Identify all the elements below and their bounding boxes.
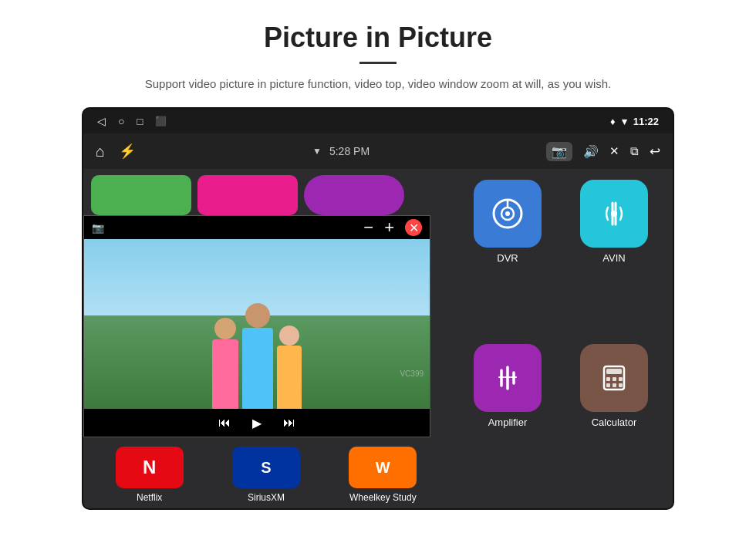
play-btn[interactable]: ▶ bbox=[252, 416, 262, 430]
page-subtitle: Support video picture in picture functio… bbox=[145, 75, 611, 93]
watermark: VC399 bbox=[400, 369, 424, 378]
amplifier-icon bbox=[491, 361, 525, 395]
pip-camera-icon: 📷 bbox=[92, 222, 104, 234]
dvr-icon-box bbox=[474, 180, 542, 248]
back-nav-icon[interactable]: ◁ bbox=[97, 115, 106, 127]
app-item-dvr[interactable]: DVR bbox=[460, 180, 555, 333]
location-icon: ♦ bbox=[610, 116, 616, 127]
svg-point-2 bbox=[505, 211, 510, 216]
fast-forward-btn[interactable]: ⏭ bbox=[283, 416, 295, 430]
main-content: 📷 − + ✕ bbox=[83, 169, 673, 508]
pip-top-bar: 📷 − + ✕ bbox=[84, 216, 430, 239]
avin-label: AVIN bbox=[602, 252, 625, 264]
app-btn-green[interactable] bbox=[91, 175, 191, 215]
pip-window[interactable]: 📷 − + ✕ bbox=[83, 215, 430, 437]
svg-point-4 bbox=[611, 211, 617, 217]
app-bar-right: 📷 🔊 ✕ ⧉ ↩ bbox=[546, 142, 660, 161]
apps-grid-area: 📷 − + ✕ bbox=[83, 169, 449, 508]
pip-plus-btn[interactable]: + bbox=[384, 218, 394, 238]
title-divider bbox=[359, 62, 397, 64]
rewind-btn[interactable]: ⏮ bbox=[218, 416, 231, 430]
page-container: Picture in Picture Support video picture… bbox=[0, 0, 756, 533]
bottom-app-row: N Netflix S SiriusXM W Wheelkey Study bbox=[83, 444, 449, 508]
svg-rect-17 bbox=[613, 383, 616, 387]
status-bar-right: ♦ ▾ 11:22 bbox=[610, 116, 659, 127]
app-item-calculator[interactable]: Calculator bbox=[566, 344, 662, 498]
amplifier-icon-box bbox=[474, 344, 542, 412]
pip-controls-right: − + ✕ bbox=[363, 218, 422, 238]
pip-minus-btn[interactable]: − bbox=[363, 218, 373, 238]
status-time: 11:22 bbox=[633, 116, 659, 127]
top-app-row bbox=[83, 169, 449, 220]
svg-rect-16 bbox=[606, 383, 610, 387]
siriusxm-label: SiriusXM bbox=[248, 492, 285, 503]
person-3 bbox=[277, 326, 302, 409]
siriusxm-icon: S bbox=[232, 447, 300, 488]
scene-people bbox=[84, 239, 430, 409]
calculator-icon-box bbox=[580, 344, 648, 412]
person-2 bbox=[242, 303, 273, 409]
netflix-label: Netflix bbox=[137, 492, 162, 503]
person-1 bbox=[212, 318, 238, 409]
pip-icon[interactable]: ⧉ bbox=[630, 144, 639, 158]
app-item-siriusxm[interactable]: S SiriusXM bbox=[220, 447, 312, 503]
svg-rect-13 bbox=[606, 377, 610, 381]
app-bar-center: ▼ 5:28 PM bbox=[312, 145, 370, 157]
device-frame: ◁ ○ □ ⬛ ♦ ▾ 11:22 ⌂ ⚡ ▼ 5:28 PM 📷 bbox=[82, 107, 674, 510]
pip-video-area: VC399 bbox=[84, 239, 430, 409]
home-nav-icon[interactable]: ○ bbox=[118, 115, 124, 127]
status-bar: ◁ ○ □ ⬛ ♦ ▾ 11:22 bbox=[83, 109, 673, 133]
app-area: 📷 − + ✕ bbox=[83, 169, 673, 508]
app-item-amplifier[interactable]: Amplifier bbox=[460, 344, 555, 498]
right-apps: DVR AVIN bbox=[449, 169, 673, 508]
wheelkey-icon: W bbox=[349, 447, 417, 488]
status-bar-left: ◁ ○ □ ⬛ bbox=[97, 115, 167, 127]
avin-icon bbox=[597, 197, 631, 231]
app-bar-left: ⌂ ⚡ bbox=[96, 143, 136, 160]
svg-rect-15 bbox=[619, 377, 623, 381]
screenshot-icon[interactable]: ⬛ bbox=[155, 116, 167, 127]
svg-rect-12 bbox=[606, 369, 622, 374]
close-pip-icon[interactable]: ✕ bbox=[609, 144, 619, 158]
netflix-icon: N bbox=[116, 447, 184, 488]
app-bar: ⌂ ⚡ ▼ 5:28 PM 📷 🔊 ✕ ⧉ ↩ bbox=[83, 133, 673, 169]
svg-rect-14 bbox=[613, 377, 616, 381]
calculator-label: Calculator bbox=[592, 417, 637, 428]
usb-icon[interactable]: ⚡ bbox=[119, 143, 136, 160]
app-bar-time: 5:28 PM bbox=[329, 145, 370, 157]
avin-icon-box bbox=[580, 180, 648, 248]
pip-close-btn[interactable]: ✕ bbox=[405, 219, 422, 236]
amplifier-label: Amplifier bbox=[488, 417, 528, 428]
page-title: Picture in Picture bbox=[264, 22, 492, 54]
pip-bottom-controls[interactable]: ⏮ ▶ ⏭ bbox=[84, 409, 430, 437]
app-bar-back-icon[interactable]: ↩ bbox=[650, 143, 660, 160]
wifi-indicator: ▼ bbox=[312, 146, 322, 157]
app-item-netflix[interactable]: N Netflix bbox=[103, 447, 196, 503]
signal-icon: ▾ bbox=[622, 116, 627, 127]
volume-icon[interactable]: 🔊 bbox=[583, 144, 599, 159]
app-item-avin[interactable]: AVIN bbox=[566, 180, 662, 333]
home-icon[interactable]: ⌂ bbox=[96, 143, 105, 160]
wheelkey-label: Wheelkey Study bbox=[349, 492, 417, 503]
dvr-icon bbox=[491, 197, 525, 231]
app-btn-purple[interactable] bbox=[304, 175, 404, 215]
dvr-label: DVR bbox=[497, 252, 518, 264]
app-btn-pink[interactable] bbox=[197, 175, 298, 215]
camera-button[interactable]: 📷 bbox=[546, 142, 572, 161]
recents-nav-icon[interactable]: □ bbox=[137, 116, 143, 127]
calculator-icon bbox=[597, 361, 631, 395]
svg-rect-18 bbox=[619, 383, 623, 387]
app-item-wheelkey[interactable]: W Wheelkey Study bbox=[336, 447, 429, 503]
